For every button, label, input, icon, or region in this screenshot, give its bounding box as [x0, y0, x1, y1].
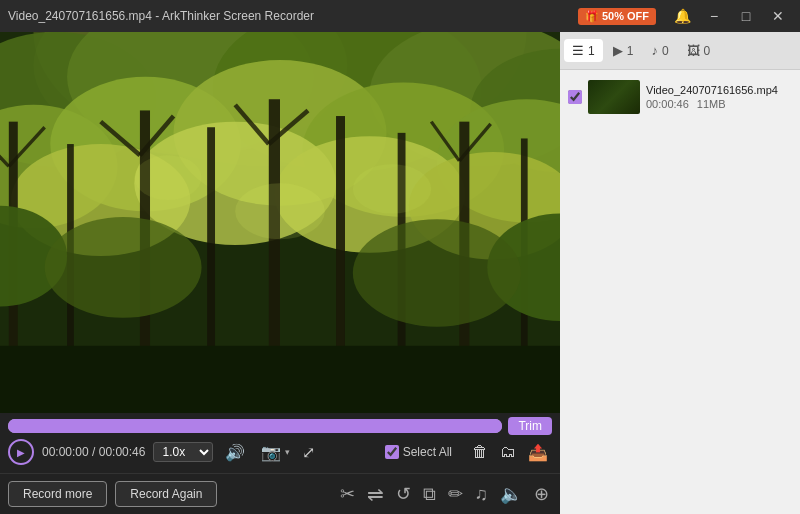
select-all-checkbox[interactable] — [385, 445, 399, 459]
video-preview — [0, 32, 560, 413]
camera-dropdown-arrow: ▾ — [285, 447, 290, 457]
close-button[interactable]: ✕ — [764, 4, 792, 28]
timeline-row: Trim — [8, 417, 552, 435]
titlebar: Video_240707161656.mp4 - ArkThinker Scre… — [0, 0, 800, 32]
tab-list-icon: ☰ — [572, 43, 584, 58]
tab-video-icon: ▶ — [613, 43, 623, 58]
tab-image[interactable]: 🖼 0 — [679, 39, 719, 62]
time-current: 00:00:00 — [42, 445, 89, 459]
play-button[interactable]: ▶ — [8, 439, 34, 465]
tab-image-icon: 🖼 — [687, 43, 700, 58]
bottom-bar: Record more Record Again ✂ ⇌ ↺ ⧉ ✏ ♫ 🔈 ⊕ — [0, 473, 560, 514]
volume-area: 🔊 — [221, 441, 249, 464]
main-area: Trim ▶ 00:00:00 / 00:00:46 0.5x 0.75x 1.… — [0, 32, 800, 514]
file-info: Video_240707161656.mp4 00:00:46 11MB — [646, 84, 792, 110]
file-name: Video_240707161656.mp4 — [646, 84, 792, 96]
right-panel: ☰ 1 ▶ 1 ♪ 0 🖼 0 — [560, 32, 800, 514]
playback-row: ▶ 00:00:00 / 00:00:46 0.5x 0.75x 1.0x 1.… — [8, 439, 552, 465]
select-all-label[interactable]: Select All — [403, 445, 452, 459]
titlebar-title: Video_240707161656.mp4 - ArkThinker Scre… — [8, 9, 578, 23]
tab-image-count: 0 — [704, 44, 711, 58]
camera-button[interactable]: 📷 — [257, 441, 285, 464]
tab-audio-count: 0 — [662, 44, 669, 58]
file-thumb-inner — [588, 80, 640, 114]
timeline-track[interactable] — [8, 419, 502, 433]
maximize-button[interactable]: □ — [732, 4, 760, 28]
timeline-fill — [8, 419, 502, 433]
expand-button[interactable]: ⤢ — [298, 441, 319, 464]
promo-badge[interactable]: 50% OFF — [578, 8, 656, 25]
right-tabs: ☰ 1 ▶ 1 ♪ 0 🖼 0 — [560, 32, 800, 70]
left-panel: Trim ▶ 00:00:00 / 00:00:46 0.5x 0.75x 1.… — [0, 32, 560, 514]
trim-button[interactable]: Trim — [508, 417, 552, 435]
files-list: Video_240707161656.mp4 00:00:46 11MB — [560, 70, 800, 514]
select-all-area: Select All — [385, 445, 452, 459]
file-meta: 00:00:46 11MB — [646, 98, 792, 110]
adjust-tool-button[interactable]: ⇌ — [364, 480, 387, 508]
svg-rect-39 — [0, 346, 560, 413]
controls-bar: Trim ▶ 00:00:00 / 00:00:46 0.5x 0.75x 1.… — [0, 413, 560, 473]
svg-point-40 — [235, 183, 325, 239]
minimize-button[interactable]: − — [700, 4, 728, 28]
more-tools-button[interactable]: ⊕ — [531, 481, 552, 507]
svg-point-37 — [45, 217, 202, 318]
file-size: 11MB — [697, 98, 726, 110]
action-buttons: 🗑 🗂 📤 — [468, 441, 552, 464]
file-checkbox[interactable] — [568, 90, 582, 104]
record-again-button[interactable]: Record Again — [115, 481, 217, 507]
titlebar-controls: 50% OFF 🔔 − □ ✕ — [578, 4, 792, 28]
edit-tools: ✂ ⇌ ↺ ⧉ ✏ ♫ 🔈 ⊕ — [337, 480, 553, 508]
svg-point-42 — [353, 164, 431, 213]
time-display: 00:00:00 / 00:00:46 — [42, 445, 145, 459]
tab-video-count: 1 — [627, 44, 634, 58]
bell-button[interactable]: 🔔 — [668, 4, 696, 28]
tab-list-count: 1 — [588, 44, 595, 58]
tab-list[interactable]: ☰ 1 — [564, 39, 603, 62]
time-sep: / — [89, 445, 99, 459]
file-item[interactable]: Video_240707161656.mp4 00:00:46 11MB — [564, 74, 796, 120]
time-total: 00:00:46 — [99, 445, 146, 459]
record-more-button[interactable]: Record more — [8, 481, 107, 507]
delete-button[interactable]: 🗑 — [468, 441, 492, 464]
svg-point-41 — [134, 155, 201, 200]
file-duration: 00:00:46 — [646, 98, 689, 110]
volume-tool-button[interactable]: 🔈 — [497, 481, 525, 507]
video-area — [0, 32, 560, 413]
cut-tool-button[interactable]: ✂ — [337, 481, 358, 507]
tab-audio-icon: ♪ — [651, 43, 658, 58]
speed-select[interactable]: 0.5x 0.75x 1.0x 1.25x 1.5x 2.0x — [153, 442, 213, 462]
audio-edit-tool-button[interactable]: ♫ — [472, 482, 492, 507]
file-thumbnail — [588, 80, 640, 114]
copy-tool-button[interactable]: ⧉ — [420, 482, 439, 507]
tab-video[interactable]: ▶ 1 — [605, 39, 642, 62]
folder-open-button[interactable]: 🗂 — [496, 441, 520, 464]
volume-button[interactable]: 🔊 — [221, 441, 249, 464]
camera-area: 📷 ▾ — [257, 441, 290, 464]
svg-point-38 — [353, 219, 521, 327]
tab-audio[interactable]: ♪ 0 — [643, 39, 676, 62]
edit-tool-button[interactable]: ✏ — [445, 481, 466, 507]
export-button[interactable]: 📤 — [524, 441, 552, 464]
rotate-tool-button[interactable]: ↺ — [393, 481, 414, 507]
